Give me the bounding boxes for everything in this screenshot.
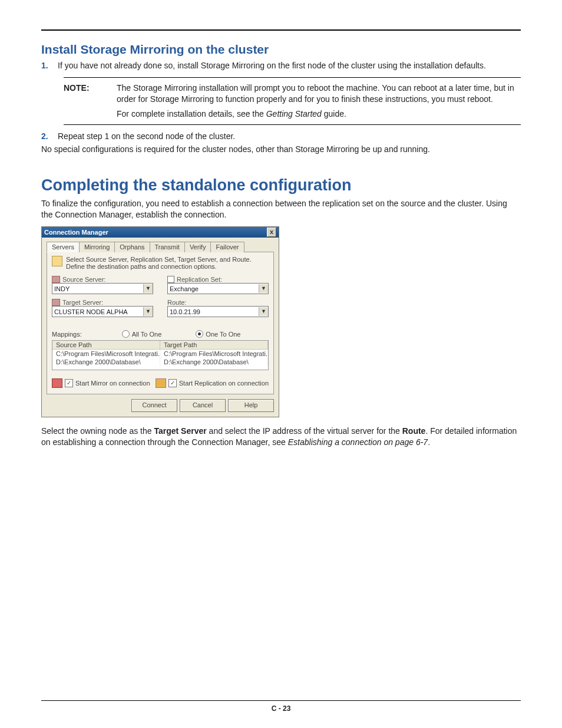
page-number: C - 23 bbox=[0, 704, 562, 713]
list-item: 2. Repeat step 1 on the second node of t… bbox=[41, 131, 521, 142]
cell-target: D:\Exchange 2000\Database\ bbox=[160, 358, 268, 366]
combo-value: CLUSTER NODE ALPHA bbox=[52, 308, 143, 315]
chevron-down-icon[interactable]: ▼ bbox=[259, 307, 268, 316]
chevron-down-icon[interactable]: ▼ bbox=[143, 284, 153, 293]
list-number: 2. bbox=[41, 131, 58, 142]
server-icon bbox=[52, 276, 60, 283]
tab-servers[interactable]: Servers bbox=[47, 242, 80, 252]
radio-icon bbox=[196, 330, 203, 338]
tab-failover[interactable]: Failover bbox=[210, 242, 244, 252]
col-target-path: Target Path bbox=[160, 341, 268, 350]
col-source-path: Source Path bbox=[52, 341, 160, 350]
table-header: Source Path Target Path bbox=[52, 341, 268, 350]
dialog-button-bar: Connect Cancel Help bbox=[47, 399, 274, 412]
ordered-list-1: 1. If you have not already done so, inst… bbox=[41, 60, 521, 71]
section-heading-install: Install Storage Mirroring on the cluster bbox=[41, 42, 521, 57]
help-button[interactable]: Help bbox=[228, 399, 274, 412]
bottom-rule bbox=[41, 700, 521, 701]
target-server-combo[interactable]: CLUSTER NODE ALPHA ▼ bbox=[52, 306, 153, 317]
paragraph-finalize: To finalize the configuration, you need … bbox=[41, 198, 521, 220]
tab-transmit[interactable]: Transmit bbox=[150, 242, 185, 252]
label-source-server: Source Server: bbox=[52, 276, 153, 283]
note-text-italic: Getting Started bbox=[266, 109, 322, 118]
section-heading-completing: Completing the standalone configuration bbox=[41, 176, 521, 195]
mappings-label: Mappings: bbox=[52, 331, 82, 338]
combo-value: 10.0.21.99 bbox=[168, 308, 259, 315]
dialog-titlebar: Connection Manager x bbox=[42, 227, 279, 238]
chevron-down-icon[interactable]: ▼ bbox=[259, 284, 268, 293]
cell-source: C:\Program Files\Microsoft Integrati... bbox=[52, 350, 160, 358]
connect-button[interactable]: Connect bbox=[131, 399, 177, 412]
note-label-spacer bbox=[64, 108, 117, 120]
label-replication-set: Replication Set: bbox=[167, 276, 269, 283]
checkbox-icon: ✓ bbox=[168, 379, 177, 387]
list-text: Repeat step 1 on the second node of the … bbox=[58, 131, 235, 142]
checkbox-label: Start Mirror on connection bbox=[75, 380, 150, 387]
note-body-2: For complete installation details, see t… bbox=[117, 108, 521, 120]
replication-icon bbox=[156, 378, 166, 388]
checkbox-label: Start Replication on connection bbox=[179, 380, 269, 387]
source-server-combo[interactable]: INDY ▼ bbox=[52, 283, 153, 294]
cancel-button[interactable]: Cancel bbox=[180, 399, 226, 412]
radio-one-to-one[interactable]: One To One bbox=[196, 330, 240, 338]
radio-all-to-one[interactable]: All To One bbox=[122, 330, 162, 338]
checkbox-icon: ✓ bbox=[65, 379, 73, 387]
note-text-post: guide. bbox=[322, 109, 346, 118]
list-item: 1. If you have not already done so, inst… bbox=[41, 60, 521, 71]
label-text: Target Server: bbox=[62, 299, 103, 306]
note-label: NOTE: bbox=[64, 83, 117, 105]
tab-strip: Servers Mirroring Orphans Transmit Verif… bbox=[47, 241, 274, 252]
mirror-icon bbox=[52, 378, 62, 388]
list-number: 1. bbox=[41, 60, 58, 71]
server-icon bbox=[52, 299, 60, 306]
text-bold-route: Route bbox=[402, 426, 426, 436]
text-bold-target: Target Server bbox=[154, 426, 206, 436]
text: Select the owning node as the bbox=[41, 426, 154, 436]
label-target-server: Target Server: bbox=[52, 299, 153, 306]
connection-manager-dialog: Connection Manager x Servers Mirroring O… bbox=[41, 226, 279, 417]
note-text-pre: For complete installation details, see t… bbox=[117, 109, 266, 118]
dialog-instructions: Select Source Server, Replication Set, T… bbox=[66, 256, 269, 270]
top-rule bbox=[41, 29, 521, 31]
text: and select the IP address of the virtual… bbox=[207, 426, 402, 436]
info-icon bbox=[52, 256, 62, 266]
paragraph-closing: Select the owning node as the Target Ser… bbox=[41, 426, 521, 448]
label-text: Replication Set: bbox=[177, 276, 222, 283]
checkbox-start-replication[interactable]: ✓ Start Replication on connection bbox=[156, 378, 269, 388]
text: . bbox=[428, 437, 430, 447]
radio-label: All To One bbox=[132, 331, 162, 338]
note-box: NOTE: The Storage Mirroring installation… bbox=[64, 77, 521, 125]
label-text: Route: bbox=[167, 299, 186, 306]
dialog-title: Connection Manager bbox=[44, 229, 108, 236]
checkbox-start-mirror[interactable]: ✓ Start Mirror on connection bbox=[52, 378, 150, 388]
replication-set-combo[interactable]: Exchange ▼ bbox=[167, 283, 269, 294]
text-italic-ref: Establishing a connection on page 6-7 bbox=[288, 437, 428, 447]
combo-value: INDY bbox=[52, 285, 143, 292]
close-button[interactable]: x bbox=[267, 228, 276, 237]
list-icon bbox=[167, 276, 174, 283]
paragraph-no-special-config: No special configurations is required fo… bbox=[41, 144, 521, 155]
tab-mirroring[interactable]: Mirroring bbox=[79, 242, 115, 252]
mappings-table: Source Path Target Path C:\Program Files… bbox=[52, 340, 269, 370]
label-route: Route: bbox=[167, 299, 269, 306]
route-combo[interactable]: 10.0.21.99 ▼ bbox=[167, 306, 269, 317]
radio-icon bbox=[122, 330, 130, 338]
list-text: If you have not already done so, install… bbox=[58, 60, 486, 71]
table-row[interactable]: C:\Program Files\Microsoft Integrati... … bbox=[52, 350, 268, 358]
tab-orphans[interactable]: Orphans bbox=[114, 242, 150, 252]
ordered-list-2: 2. Repeat step 1 on the second node of t… bbox=[41, 131, 521, 142]
note-body-1: The Storage Mirroring installation will … bbox=[117, 83, 521, 105]
tab-verify[interactable]: Verify bbox=[184, 242, 211, 252]
cell-target: C:\Program Files\Microsoft Integrati... bbox=[160, 350, 268, 358]
label-text: Source Server: bbox=[62, 276, 105, 283]
tab-panel-servers: Select Source Server, Replication Set, T… bbox=[47, 252, 274, 394]
chevron-down-icon[interactable]: ▼ bbox=[143, 307, 153, 316]
combo-value: Exchange bbox=[168, 285, 259, 292]
radio-label: One To One bbox=[206, 331, 240, 338]
table-row[interactable]: D:\Exchange 2000\Database\ D:\Exchange 2… bbox=[52, 358, 268, 366]
cell-source: D:\Exchange 2000\Database\ bbox=[52, 358, 160, 366]
